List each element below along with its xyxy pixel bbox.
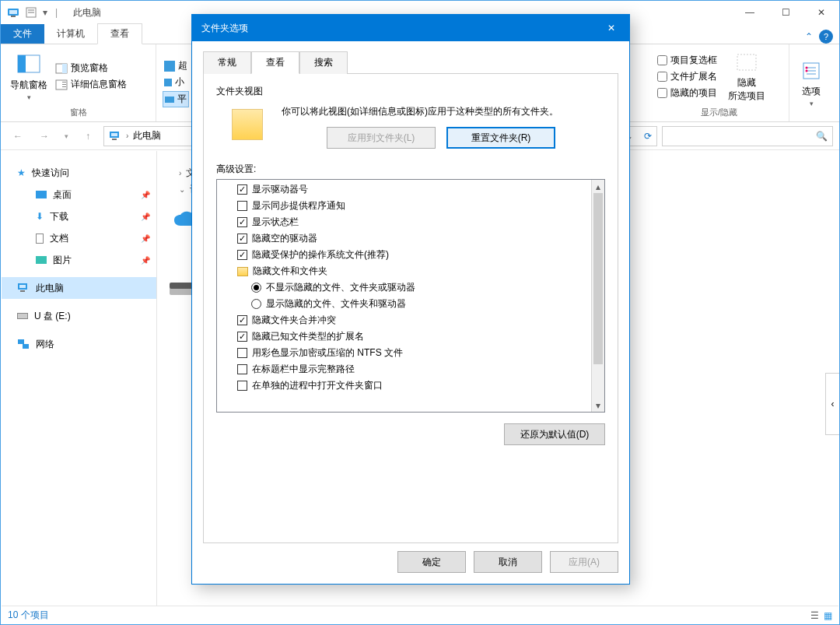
file-extensions-toggle[interactable]: 文件扩展名 bbox=[656, 69, 719, 84]
checkbox-icon[interactable] bbox=[237, 201, 247, 211]
cancel-button[interactable]: 取消 bbox=[474, 551, 542, 573]
nav-network[interactable]: 网络 bbox=[2, 333, 156, 355]
checkbox-icon[interactable] bbox=[237, 250, 247, 260]
minimize-button[interactable]: — bbox=[732, 1, 768, 24]
pin-icon: 📌 bbox=[141, 234, 150, 243]
tree-item[interactable]: 隐藏已知文件类型的扩展名 bbox=[220, 328, 601, 345]
dialog-tab-view[interactable]: 查看 bbox=[251, 51, 299, 74]
folder-views-label: 文件夹视图 bbox=[216, 85, 605, 98]
checkbox-icon[interactable] bbox=[237, 381, 247, 391]
nav-pane-button[interactable]: 导航窗格 ▾ bbox=[7, 51, 51, 103]
nav-downloads[interactable]: ⬇下载📌 bbox=[2, 205, 156, 227]
tree-item[interactable]: 隐藏空的驱动器 bbox=[220, 230, 601, 247]
tree-item[interactable]: 不显示隐藏的文件、文件夹或驱动器 bbox=[220, 279, 601, 296]
scroll-up-icon[interactable]: ▴ bbox=[592, 180, 604, 193]
scroll-down-icon[interactable]: ▾ bbox=[592, 399, 604, 412]
close-button[interactable]: ✕ bbox=[803, 1, 839, 24]
system-icon[interactable] bbox=[7, 5, 21, 19]
preview-pane-toggle[interactable]: 预览窗格 bbox=[54, 61, 128, 75]
pin-icon: 📌 bbox=[141, 256, 150, 265]
svg-rect-4 bbox=[28, 9, 34, 11]
restore-defaults-button[interactable]: 还原为默认值(D) bbox=[504, 423, 605, 445]
qat-dropdown-icon[interactable]: ▾ bbox=[41, 5, 49, 19]
ribbon-group-showhide-label: 显示/隐藏 bbox=[656, 105, 782, 118]
dialog-close-button[interactable]: ✕ bbox=[593, 15, 629, 41]
forward-button[interactable]: → bbox=[33, 125, 55, 147]
details-pane-toggle[interactable]: 详细信息窗格 bbox=[54, 77, 128, 92]
details-view-icon[interactable]: ☰ bbox=[810, 610, 819, 621]
tree-item[interactable]: 隐藏文件夹合并冲突 bbox=[220, 312, 601, 328]
tree-item[interactable]: 显示隐藏的文件、文件夹和驱动器 bbox=[220, 296, 601, 312]
tree-item[interactable]: 用彩色显示加密或压缩的 NTFS 文件 bbox=[220, 345, 601, 361]
ok-button[interactable]: 确定 bbox=[397, 551, 466, 573]
svg-rect-2 bbox=[11, 16, 16, 17]
folder-views-desc: 你可以将此视图(如详细信息或图标)应用于这种类型的所有文件夹。 bbox=[282, 104, 558, 119]
nav-this-pc[interactable]: 此电脑 bbox=[2, 277, 156, 299]
help-icon[interactable]: ? bbox=[819, 30, 833, 44]
scrollbar[interactable]: ▴ ▾ bbox=[591, 180, 604, 412]
advanced-settings-tree[interactable]: 显示驱动器号显示同步提供程序通知显示状态栏隐藏空的驱动器隐藏受保护的操作系统文件… bbox=[216, 179, 605, 413]
layout-small[interactable]: 小 bbox=[163, 75, 189, 90]
nav-quick-access[interactable]: ★ 快速访问 bbox=[2, 162, 156, 184]
radio-icon[interactable] bbox=[251, 299, 261, 309]
tree-item[interactable]: 隐藏文件和文件夹 bbox=[220, 263, 601, 279]
large-icons-view-icon[interactable]: ▦ bbox=[824, 610, 832, 621]
nav-desktop[interactable]: 桌面📌 bbox=[2, 184, 156, 205]
checkbox-icon[interactable] bbox=[237, 315, 247, 325]
pin-icon: 📌 bbox=[141, 191, 150, 199]
dialog-body: 文件夹视图 你可以将此视图(如详细信息或图标)应用于这种类型的所有文件夹。 应用… bbox=[203, 73, 618, 543]
tree-item-label: 显示状态栏 bbox=[252, 216, 299, 229]
tab-view[interactable]: 查看 bbox=[97, 23, 142, 44]
checkbox-icon[interactable] bbox=[237, 364, 247, 374]
address-segment[interactable]: 此电脑 bbox=[133, 129, 161, 142]
tree-item-label: 隐藏文件夹合并冲突 bbox=[252, 314, 336, 327]
checkbox-icon[interactable] bbox=[237, 217, 247, 227]
radio-icon[interactable] bbox=[251, 283, 261, 293]
tree-item-label: 显示隐藏的文件、文件夹和驱动器 bbox=[266, 297, 406, 311]
svg-rect-24 bbox=[18, 339, 24, 344]
tree-item[interactable]: 显示状态栏 bbox=[220, 214, 601, 230]
reset-folders-button[interactable]: 重置文件夹(R) bbox=[446, 127, 555, 149]
tree-item[interactable]: 显示驱动器号 bbox=[220, 181, 601, 198]
back-button[interactable]: ← bbox=[7, 125, 29, 147]
options-button[interactable]: 选项 ▾ bbox=[796, 57, 827, 109]
nav-usb[interactable]: U 盘 (E:) bbox=[2, 305, 156, 327]
nav-documents[interactable]: 文档📌 bbox=[2, 227, 156, 249]
network-icon bbox=[17, 339, 30, 349]
dialog-titlebar: 文件夹选项 ✕ bbox=[192, 15, 629, 41]
tree-item[interactable]: 显示同步提供程序通知 bbox=[220, 198, 601, 214]
checkbox-icon[interactable] bbox=[237, 233, 247, 244]
tree-item-label: 隐藏空的驱动器 bbox=[252, 232, 317, 245]
checkbox-icon[interactable] bbox=[237, 184, 247, 195]
dialog-tab-search[interactable]: 搜索 bbox=[299, 51, 348, 74]
document-icon bbox=[36, 233, 44, 244]
search-box[interactable]: 🔍 bbox=[662, 126, 833, 146]
recent-dropdown[interactable]: ▾ bbox=[60, 125, 72, 147]
svg-rect-25 bbox=[23, 344, 29, 349]
tab-file[interactable]: 文件 bbox=[1, 24, 44, 44]
tree-item[interactable]: 隐藏受保护的操作系统文件(推荐) bbox=[220, 247, 601, 263]
edge-handle[interactable]: ‹ bbox=[825, 373, 839, 435]
checkbox-icon[interactable] bbox=[237, 348, 247, 358]
nav-pictures[interactable]: 图片📌 bbox=[2, 249, 156, 271]
item-checkboxes-toggle[interactable]: 项目复选框 bbox=[656, 53, 719, 68]
scroll-thumb[interactable] bbox=[593, 193, 603, 364]
hide-selected-button[interactable]: 隐藏 所选项目 bbox=[725, 48, 768, 104]
qat-properties-icon[interactable] bbox=[24, 5, 38, 19]
layout-extra-large[interactable]: 超 bbox=[163, 58, 189, 73]
tree-item[interactable]: 在单独的进程中打开文件夹窗口 bbox=[220, 377, 601, 394]
advanced-settings-label: 高级设置: bbox=[216, 163, 605, 176]
checkbox-icon[interactable] bbox=[237, 332, 247, 342]
maximize-button[interactable]: ☐ bbox=[768, 1, 803, 24]
refresh-icon[interactable]: ⟳ bbox=[644, 131, 652, 142]
svg-rect-19 bbox=[111, 133, 117, 136]
hidden-items-toggle[interactable]: 隐藏的项目 bbox=[656, 86, 719, 100]
svg-rect-1 bbox=[9, 10, 17, 14]
dialog-tab-general[interactable]: 常规 bbox=[203, 51, 251, 74]
svg-rect-20 bbox=[112, 139, 117, 140]
up-button[interactable]: ↑ bbox=[77, 125, 99, 147]
tab-computer[interactable]: 计算机 bbox=[44, 24, 97, 44]
tree-item[interactable]: 在标题栏中显示完整路径 bbox=[220, 361, 601, 377]
ribbon-collapse-icon[interactable]: ⌃ bbox=[805, 31, 813, 42]
layout-tiles[interactable]: 平 bbox=[163, 91, 189, 107]
